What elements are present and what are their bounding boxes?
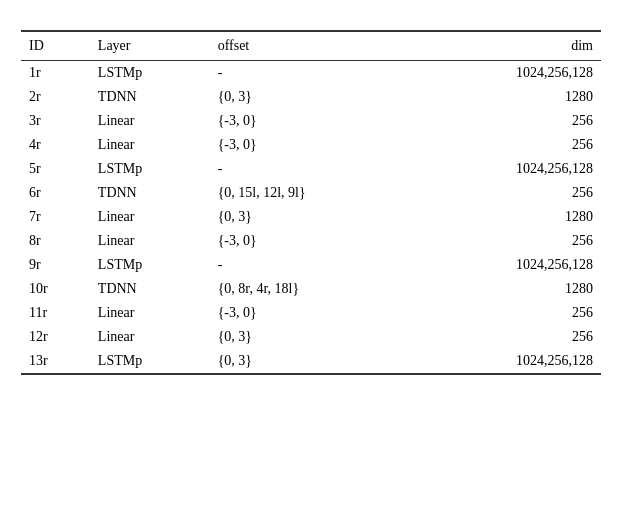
cell-layer: Linear [90, 133, 210, 157]
cell-dim: 256 [416, 229, 601, 253]
cell-offset: {0, 3} [210, 325, 417, 349]
table-row: 5rLSTMp-1024,256,128 [21, 157, 601, 181]
cell-offset: {-3, 0} [210, 301, 417, 325]
table-row: 9rLSTMp-1024,256,128 [21, 253, 601, 277]
col-header-offset: offset [210, 31, 417, 61]
cell-id: 3r [21, 109, 90, 133]
cell-layer: LSTMp [90, 157, 210, 181]
cell-offset: {0, 3} [210, 349, 417, 374]
cell-layer: Linear [90, 229, 210, 253]
cell-layer: TDNN [90, 277, 210, 301]
cell-offset: {-3, 0} [210, 229, 417, 253]
table-container: ID Layer offset dim 1rLSTMp-1024,256,128… [21, 30, 601, 375]
table-row: 8rLinear{-3, 0}256 [21, 229, 601, 253]
table-row: 12rLinear{0, 3}256 [21, 325, 601, 349]
cell-offset: {0, 15l, 12l, 9l} [210, 181, 417, 205]
cell-offset: {-3, 0} [210, 133, 417, 157]
cell-offset: - [210, 253, 417, 277]
cell-id: 13r [21, 349, 90, 374]
table-row: 2rTDNN{0, 3}1280 [21, 85, 601, 109]
cell-layer: TDNN [90, 181, 210, 205]
cell-layer: Linear [90, 109, 210, 133]
col-header-layer: Layer [90, 31, 210, 61]
col-header-id: ID [21, 31, 90, 61]
cell-dim: 1280 [416, 85, 601, 109]
cell-id: 5r [21, 157, 90, 181]
cell-dim: 1024,256,128 [416, 349, 601, 374]
cell-id: 9r [21, 253, 90, 277]
table-row: 11rLinear{-3, 0}256 [21, 301, 601, 325]
cell-offset: {-3, 0} [210, 109, 417, 133]
cell-layer: Linear [90, 325, 210, 349]
table-row: 10rTDNN{0, 8r, 4r, 18l}1280 [21, 277, 601, 301]
cell-id: 4r [21, 133, 90, 157]
cell-dim: 1024,256,128 [416, 157, 601, 181]
cell-id: 2r [21, 85, 90, 109]
table-row: 13rLSTMp{0, 3}1024,256,128 [21, 349, 601, 374]
col-header-dim: dim [416, 31, 601, 61]
cell-layer: Linear [90, 301, 210, 325]
cell-dim: 256 [416, 133, 601, 157]
cell-dim: 256 [416, 181, 601, 205]
cell-dim: 1280 [416, 205, 601, 229]
table-row: 1rLSTMp-1024,256,128 [21, 61, 601, 86]
cell-layer: LSTMp [90, 349, 210, 374]
cell-layer: Linear [90, 205, 210, 229]
cell-offset: - [210, 61, 417, 86]
table-row: 4rLinear{-3, 0}256 [21, 133, 601, 157]
cell-id: 8r [21, 229, 90, 253]
cell-offset: - [210, 157, 417, 181]
cell-dim: 256 [416, 109, 601, 133]
cell-dim: 256 [416, 325, 601, 349]
cell-id: 11r [21, 301, 90, 325]
cell-dim: 1024,256,128 [416, 253, 601, 277]
cell-id: 10r [21, 277, 90, 301]
cell-offset: {0, 3} [210, 85, 417, 109]
table-row: 6rTDNN{0, 15l, 12l, 9l}256 [21, 181, 601, 205]
cell-layer: LSTMp [90, 253, 210, 277]
cell-offset: {0, 3} [210, 205, 417, 229]
cell-offset: {0, 8r, 4r, 18l} [210, 277, 417, 301]
cell-layer: TDNN [90, 85, 210, 109]
layer-table: ID Layer offset dim 1rLSTMp-1024,256,128… [21, 30, 601, 375]
cell-id: 6r [21, 181, 90, 205]
cell-id: 12r [21, 325, 90, 349]
table-row: 3rLinear{-3, 0}256 [21, 109, 601, 133]
cell-dim: 1280 [416, 277, 601, 301]
table-row: 7rLinear{0, 3}1280 [21, 205, 601, 229]
cell-id: 1r [21, 61, 90, 86]
cell-layer: LSTMp [90, 61, 210, 86]
table-header-row: ID Layer offset dim [21, 31, 601, 61]
cell-dim: 256 [416, 301, 601, 325]
cell-id: 7r [21, 205, 90, 229]
cell-dim: 1024,256,128 [416, 61, 601, 86]
